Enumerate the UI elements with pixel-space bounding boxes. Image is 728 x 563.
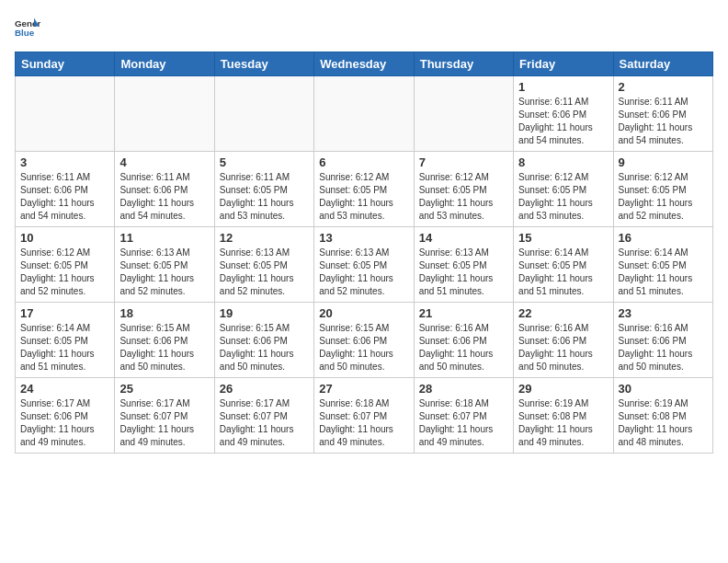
day-cell: 14Sunrise: 6:13 AMSunset: 6:05 PMDayligh… xyxy=(414,227,513,303)
day-info: Sunrise: 6:14 AMSunset: 6:05 PMDaylight:… xyxy=(619,247,708,298)
day-info: Sunrise: 6:18 AMSunset: 6:07 PMDaylight:… xyxy=(419,397,508,449)
weekday-header-thursday: Thursday xyxy=(414,52,513,76)
day-number: 19 xyxy=(220,306,309,320)
weekday-header-row: SundayMondayTuesdayWednesdayThursdayFrid… xyxy=(16,52,713,76)
day-info: Sunrise: 6:13 AMSunset: 6:05 PMDaylight:… xyxy=(220,247,309,298)
day-number: 29 xyxy=(518,382,608,396)
day-cell: 3Sunrise: 6:11 AMSunset: 6:06 PMDaylight… xyxy=(16,152,115,227)
day-info: Sunrise: 6:11 AMSunset: 6:06 PMDaylight:… xyxy=(119,171,209,223)
day-info: Sunrise: 6:11 AMSunset: 6:06 PMDaylight:… xyxy=(20,171,109,223)
day-number: 8 xyxy=(518,155,608,169)
day-cell: 12Sunrise: 6:13 AMSunset: 6:05 PMDayligh… xyxy=(214,227,313,303)
day-info: Sunrise: 6:11 AMSunset: 6:06 PMDaylight:… xyxy=(518,96,608,147)
day-number: 7 xyxy=(419,155,508,169)
day-cell: 10Sunrise: 6:12 AMSunset: 6:05 PMDayligh… xyxy=(16,227,115,303)
day-info: Sunrise: 6:18 AMSunset: 6:07 PMDaylight:… xyxy=(319,397,408,449)
day-info: Sunrise: 6:13 AMSunset: 6:05 PMDaylight:… xyxy=(319,247,408,298)
day-number: 15 xyxy=(518,231,608,245)
day-info: Sunrise: 6:11 AMSunset: 6:05 PMDaylight:… xyxy=(220,171,309,223)
day-info: Sunrise: 6:16 AMSunset: 6:06 PMDaylight:… xyxy=(518,322,608,373)
day-cell xyxy=(314,76,414,152)
day-info: Sunrise: 6:12 AMSunset: 6:05 PMDaylight:… xyxy=(20,247,109,298)
logo: General Blue xyxy=(15,15,40,44)
day-number: 14 xyxy=(419,231,508,245)
day-info: Sunrise: 6:15 AMSunset: 6:06 PMDaylight:… xyxy=(119,322,209,373)
day-cell: 24Sunrise: 6:17 AMSunset: 6:06 PMDayligh… xyxy=(16,378,115,454)
weekday-header-saturday: Saturday xyxy=(613,52,712,76)
day-cell: 11Sunrise: 6:13 AMSunset: 6:05 PMDayligh… xyxy=(115,227,214,303)
day-number: 26 xyxy=(220,382,309,396)
day-number: 3 xyxy=(20,155,109,169)
day-number: 28 xyxy=(419,382,508,396)
day-info: Sunrise: 6:15 AMSunset: 6:06 PMDaylight:… xyxy=(319,322,408,373)
day-cell: 27Sunrise: 6:18 AMSunset: 6:07 PMDayligh… xyxy=(314,378,414,454)
day-info: Sunrise: 6:16 AMSunset: 6:06 PMDaylight:… xyxy=(419,322,508,373)
week-row-1: 3Sunrise: 6:11 AMSunset: 6:06 PMDaylight… xyxy=(16,152,713,227)
day-number: 22 xyxy=(518,306,608,320)
day-cell xyxy=(414,76,513,152)
day-number: 13 xyxy=(319,231,408,245)
day-cell xyxy=(16,76,115,152)
day-cell: 5Sunrise: 6:11 AMSunset: 6:05 PMDaylight… xyxy=(214,152,313,227)
day-info: Sunrise: 6:12 AMSunset: 6:05 PMDaylight:… xyxy=(319,171,408,223)
day-number: 11 xyxy=(119,231,209,245)
day-cell: 9Sunrise: 6:12 AMSunset: 6:05 PMDaylight… xyxy=(613,152,712,227)
day-cell: 7Sunrise: 6:12 AMSunset: 6:05 PMDaylight… xyxy=(414,152,513,227)
day-cell: 6Sunrise: 6:12 AMSunset: 6:05 PMDaylight… xyxy=(314,152,414,227)
weekday-header-wednesday: Wednesday xyxy=(314,52,414,76)
day-number: 9 xyxy=(619,155,708,169)
day-number: 6 xyxy=(319,155,408,169)
day-info: Sunrise: 6:17 AMSunset: 6:06 PMDaylight:… xyxy=(20,397,109,449)
day-number: 1 xyxy=(518,80,608,94)
weekday-header-tuesday: Tuesday xyxy=(214,52,313,76)
calendar-table: SundayMondayTuesdayWednesdayThursdayFrid… xyxy=(15,52,713,454)
svg-text:Blue: Blue xyxy=(15,28,35,38)
day-cell: 19Sunrise: 6:15 AMSunset: 6:06 PMDayligh… xyxy=(214,303,313,378)
day-info: Sunrise: 6:14 AMSunset: 6:05 PMDaylight:… xyxy=(20,322,109,373)
day-cell: 26Sunrise: 6:17 AMSunset: 6:07 PMDayligh… xyxy=(214,378,313,454)
day-info: Sunrise: 6:19 AMSunset: 6:08 PMDaylight:… xyxy=(619,397,708,449)
week-row-3: 17Sunrise: 6:14 AMSunset: 6:05 PMDayligh… xyxy=(16,303,713,378)
day-cell: 8Sunrise: 6:12 AMSunset: 6:05 PMDaylight… xyxy=(514,152,613,227)
day-cell: 2Sunrise: 6:11 AMSunset: 6:06 PMDaylight… xyxy=(613,76,712,152)
day-cell: 18Sunrise: 6:15 AMSunset: 6:06 PMDayligh… xyxy=(115,303,214,378)
day-cell: 25Sunrise: 6:17 AMSunset: 6:07 PMDayligh… xyxy=(115,378,214,454)
day-number: 16 xyxy=(619,231,708,245)
day-number: 27 xyxy=(319,382,408,396)
day-cell: 23Sunrise: 6:16 AMSunset: 6:06 PMDayligh… xyxy=(613,303,712,378)
day-number: 5 xyxy=(220,155,309,169)
day-info: Sunrise: 6:16 AMSunset: 6:06 PMDaylight:… xyxy=(619,322,708,373)
day-number: 18 xyxy=(119,306,209,320)
day-cell: 22Sunrise: 6:16 AMSunset: 6:06 PMDayligh… xyxy=(514,303,613,378)
weekday-header-friday: Friday xyxy=(514,52,613,76)
day-cell: 4Sunrise: 6:11 AMSunset: 6:06 PMDaylight… xyxy=(115,152,214,227)
day-cell: 15Sunrise: 6:14 AMSunset: 6:05 PMDayligh… xyxy=(514,227,613,303)
week-row-0: 1Sunrise: 6:11 AMSunset: 6:06 PMDaylight… xyxy=(16,76,713,152)
day-number: 20 xyxy=(319,306,408,320)
day-cell xyxy=(115,76,214,152)
weekday-header-sunday: Sunday xyxy=(16,52,115,76)
day-number: 12 xyxy=(220,231,309,245)
day-number: 24 xyxy=(20,382,109,396)
day-number: 10 xyxy=(20,231,109,245)
page-header: General Blue xyxy=(15,15,713,44)
day-number: 25 xyxy=(119,382,209,396)
day-info: Sunrise: 6:13 AMSunset: 6:05 PMDaylight:… xyxy=(119,247,209,298)
day-info: Sunrise: 6:15 AMSunset: 6:06 PMDaylight:… xyxy=(220,322,309,373)
day-cell xyxy=(214,76,313,152)
logo-icon: General Blue xyxy=(15,15,40,40)
day-number: 17 xyxy=(20,306,109,320)
day-info: Sunrise: 6:14 AMSunset: 6:05 PMDaylight:… xyxy=(518,247,608,298)
week-row-2: 10Sunrise: 6:12 AMSunset: 6:05 PMDayligh… xyxy=(16,227,713,303)
day-cell: 13Sunrise: 6:13 AMSunset: 6:05 PMDayligh… xyxy=(314,227,414,303)
day-cell: 20Sunrise: 6:15 AMSunset: 6:06 PMDayligh… xyxy=(314,303,414,378)
day-cell: 29Sunrise: 6:19 AMSunset: 6:08 PMDayligh… xyxy=(514,378,613,454)
week-row-4: 24Sunrise: 6:17 AMSunset: 6:06 PMDayligh… xyxy=(16,378,713,454)
day-info: Sunrise: 6:12 AMSunset: 6:05 PMDaylight:… xyxy=(518,171,608,223)
day-info: Sunrise: 6:19 AMSunset: 6:08 PMDaylight:… xyxy=(518,397,608,449)
day-number: 23 xyxy=(619,306,708,320)
day-cell: 17Sunrise: 6:14 AMSunset: 6:05 PMDayligh… xyxy=(16,303,115,378)
day-number: 30 xyxy=(619,382,708,396)
day-info: Sunrise: 6:11 AMSunset: 6:06 PMDaylight:… xyxy=(619,96,708,147)
day-cell: 1Sunrise: 6:11 AMSunset: 6:06 PMDaylight… xyxy=(514,76,613,152)
